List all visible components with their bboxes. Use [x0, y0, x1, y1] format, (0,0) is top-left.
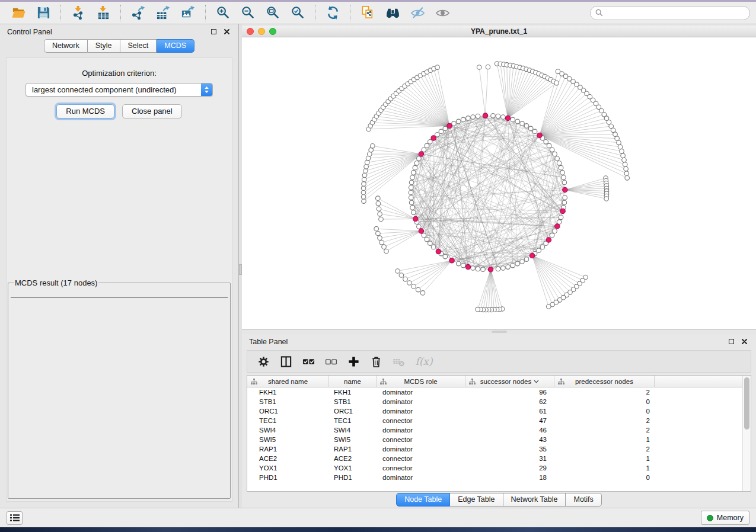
column-type-icon [380, 379, 387, 384]
network-search-box[interactable] [590, 6, 750, 20]
memory-label: Memory [717, 514, 744, 522]
float-table-panel-icon[interactable] [726, 337, 736, 347]
table-cell: 62 [465, 397, 554, 406]
table-scrollbar[interactable] [742, 376, 751, 491]
horizontal-splitter[interactable] [242, 329, 756, 334]
table-cell: PHD1 [329, 473, 377, 482]
apply-layout-button[interactable] [320, 4, 345, 23]
zoom-out-button[interactable] [235, 4, 260, 23]
zoom-fit-button[interactable] [260, 4, 285, 23]
table-cell-filler [655, 444, 742, 454]
deselect-all-button[interactable] [321, 352, 341, 370]
table-cell-filler [655, 387, 742, 397]
export-image-button[interactable] [176, 4, 200, 23]
tab-mcds[interactable]: MCDS [157, 39, 194, 53]
import-table-button[interactable] [91, 4, 116, 23]
export-table-button[interactable] [151, 4, 176, 23]
tab-style[interactable]: Style [88, 39, 120, 53]
show-all-button[interactable] [430, 4, 455, 23]
table-panel: Table Panel f(x) shared namenameMCDS rol… [242, 334, 756, 508]
table-cell: connector [377, 435, 465, 444]
save-session-button[interactable] [31, 4, 56, 23]
minimize-window-icon[interactable] [258, 28, 265, 35]
column-header-shared-name[interactable]: shared name [247, 376, 329, 387]
table-row[interactable]: ACE2ACE2connector311 [247, 454, 742, 463]
horizontal-splitter-grip[interactable] [492, 331, 507, 333]
table-row[interactable]: STB1STB1dominator620 [247, 397, 742, 406]
status-bar: Memory [0, 508, 756, 527]
table-cell: 47 [465, 416, 554, 425]
table-tabset: Node TableEdge TableNetwork TableMotifs [396, 493, 602, 507]
table-row[interactable]: SWI5SWI5connector431 [247, 435, 742, 444]
mcds-panel: Optimization criterion: largest connecte… [6, 57, 232, 502]
table-row[interactable]: FKH1FKH1dominator962 [247, 387, 742, 397]
duplicate-network-icon [361, 5, 375, 20]
zoom-selected-button[interactable] [285, 4, 310, 23]
column-header-name[interactable]: name [329, 376, 377, 387]
tab-network[interactable]: Network [44, 39, 88, 53]
hide-selected-button[interactable] [405, 4, 430, 23]
tab-motifs[interactable]: Motifs [566, 493, 601, 507]
table-cell-filler [655, 463, 742, 473]
close-panel-icon[interactable] [222, 27, 231, 37]
task-history-button[interactable] [7, 511, 23, 525]
add-column-button[interactable] [343, 352, 363, 370]
select-all-button[interactable] [298, 352, 318, 370]
tab-node-table[interactable]: Node Table [396, 493, 450, 507]
table-cell: 61 [465, 406, 554, 416]
column-header-successor-nodes[interactable]: successor nodes [465, 376, 554, 387]
close-panel-button[interactable]: Close panel [122, 104, 182, 118]
export-network-button[interactable] [126, 4, 151, 23]
column-label: shared name [268, 378, 308, 385]
float-panel-icon[interactable] [209, 27, 218, 37]
delete-column-icon [370, 355, 382, 368]
save-session-icon [36, 5, 51, 20]
search-network-button[interactable] [380, 4, 405, 23]
zoom-in-button[interactable] [210, 4, 235, 23]
close-window-icon[interactable] [247, 28, 254, 35]
function-builder-button: f(x) [411, 352, 437, 370]
table-scrollbar-thumb[interactable] [744, 377, 749, 430]
tab-edge-table[interactable]: Edge Table [450, 493, 503, 507]
tab-select[interactable]: Select [120, 39, 157, 53]
memory-button[interactable]: Memory [701, 511, 749, 525]
table-cell: dominator [377, 387, 465, 397]
dropdown-stepper-icon [201, 84, 212, 96]
search-icon [595, 9, 603, 17]
desktop-wallpaper-strip [0, 527, 756, 532]
table-row[interactable]: RAP1RAP1dominator352 [247, 444, 742, 454]
delete-table-button [388, 352, 409, 370]
split-panel-icon [280, 355, 292, 368]
table-row[interactable]: TEC1TEC1connector472 [247, 416, 742, 425]
toolbar-separator [205, 5, 206, 21]
maximize-window-icon[interactable] [269, 28, 276, 35]
table-cell-filler [655, 425, 742, 435]
open-session-button[interactable] [6, 4, 31, 23]
close-table-panel-icon[interactable] [739, 337, 749, 347]
table-row[interactable]: YOX1YOX1connector291 [247, 463, 742, 473]
table-cell: connector [377, 463, 465, 473]
run-mcds-button[interactable]: Run MCDS [56, 104, 114, 118]
table-row[interactable]: PHD1PHD1dominator180 [247, 473, 742, 482]
import-network-button[interactable] [66, 4, 91, 23]
criterion-select[interactable]: largest connected component (undirected) [25, 83, 213, 97]
delete-table-icon [393, 355, 405, 368]
network-canvas[interactable] [242, 37, 756, 329]
column-header-mcds-role[interactable]: MCDS role [377, 376, 465, 387]
table-cell: TEC1 [247, 416, 329, 425]
table-cell: dominator [377, 425, 465, 435]
search-input[interactable] [606, 9, 745, 17]
table-cell: STB1 [247, 397, 329, 406]
table-settings-button[interactable] [253, 352, 273, 370]
zoom-in-icon [216, 5, 231, 20]
split-panel-button[interactable] [276, 352, 296, 370]
table-row[interactable]: ORC1ORC1dominator610 [247, 406, 742, 416]
mcds-result-list[interactable]: PHD1CAR1STP4TID3YOX1SWI4SRD1PMA2FKH1ACE2… [11, 297, 228, 298]
table-row[interactable]: SWI4SWI4dominator462 [247, 425, 742, 435]
tab-network-table[interactable]: Network Table [503, 493, 566, 507]
column-header-predecessor-nodes[interactable]: predecessor nodes [554, 376, 655, 387]
list-icon [10, 514, 20, 521]
duplicate-network-button[interactable] [355, 4, 380, 23]
delete-column-button[interactable] [366, 352, 386, 370]
column-label: successor nodes [480, 378, 531, 385]
